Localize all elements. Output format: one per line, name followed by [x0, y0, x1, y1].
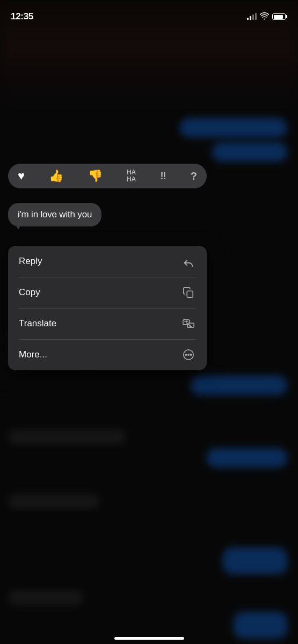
context-menu: Reply Copy Translate — [8, 246, 207, 370]
reaction-question[interactable]: ? — [191, 170, 197, 182]
reply-label: Reply — [19, 256, 42, 267]
more-icon — [181, 347, 196, 362]
message-bubble-container: i'm in love with you — [8, 203, 101, 226]
context-menu-copy[interactable]: Copy — [8, 277, 207, 308]
svg-point-6 — [190, 354, 191, 355]
svg-rect-0 — [187, 291, 193, 297]
message-text: i'm in love with you — [18, 209, 92, 219]
status-bar: 12:35 — [0, 0, 298, 27]
more-label: More... — [19, 349, 47, 360]
copy-icon — [181, 285, 196, 300]
signal-bars-icon — [247, 13, 257, 20]
svg-point-4 — [185, 354, 186, 355]
status-icons — [247, 12, 287, 21]
reaction-haha[interactable]: HAHA — [127, 169, 136, 183]
context-menu-reply[interactable]: Reply — [8, 246, 207, 277]
context-menu-more[interactable]: More... — [8, 339, 207, 370]
copy-label: Copy — [19, 287, 40, 298]
reaction-bar: ♥ 👍 👎 HAHA ‼ ? — [8, 164, 207, 188]
status-time: 12:35 — [11, 11, 33, 22]
reply-icon — [181, 254, 196, 269]
translate-label: Translate — [19, 318, 56, 329]
home-indicator — [114, 637, 184, 640]
battery-icon — [272, 13, 287, 20]
reaction-emphasize[interactable]: ‼ — [161, 171, 166, 182]
svg-point-5 — [188, 354, 189, 355]
wifi-icon — [260, 12, 269, 21]
translate-icon — [181, 316, 196, 331]
reaction-thumbsdown[interactable]: 👎 — [88, 169, 103, 183]
reaction-thumbsup[interactable]: 👍 — [49, 169, 63, 183]
context-menu-translate[interactable]: Translate — [8, 308, 207, 339]
reaction-heart[interactable]: ♥ — [18, 169, 25, 183]
message-bubble: i'm in love with you — [8, 203, 101, 226]
